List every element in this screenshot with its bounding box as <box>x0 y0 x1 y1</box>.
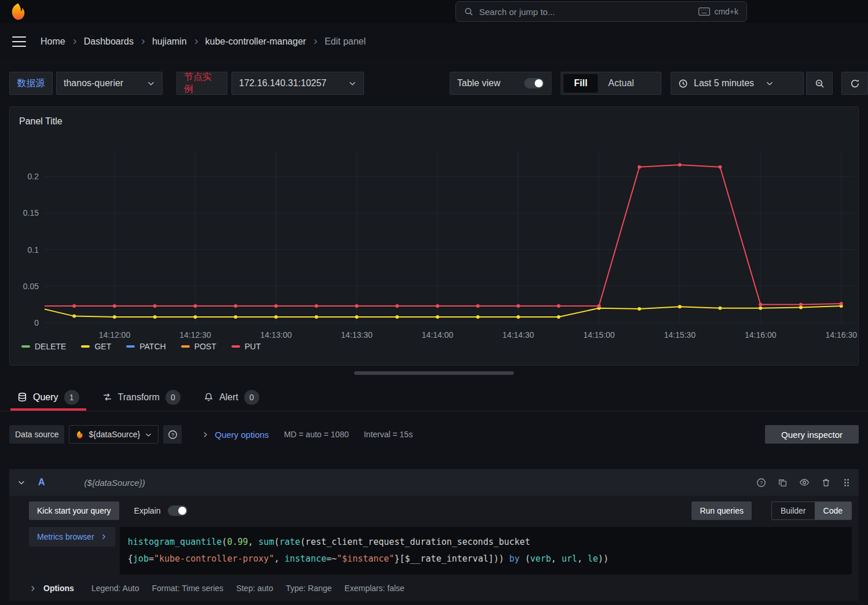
svg-text:14:13:30: 14:13:30 <box>341 330 373 340</box>
grafana-flame-icon <box>75 430 84 439</box>
keyboard-icon <box>698 8 710 16</box>
options-title[interactable]: Options <box>43 584 74 593</box>
legend-swatch <box>81 345 90 348</box>
hide-query-icon[interactable] <box>799 477 810 488</box>
query-help-icon[interactable]: ? <box>756 478 766 488</box>
legend-swatch <box>231 345 240 348</box>
query-editor-body: Kick start your query Explain Run querie… <box>9 496 859 601</box>
query-options-interval: Interval = 15s <box>364 430 413 439</box>
tab-query-count: 1 <box>64 390 79 405</box>
svg-text:?: ? <box>171 431 174 437</box>
datasource-var-label-text: 数据源 <box>17 78 45 90</box>
delete-query-icon[interactable] <box>821 478 831 488</box>
legend-label: GET <box>94 342 111 351</box>
legend-item[interactable]: PUT <box>231 342 261 351</box>
svg-text:14:14:30: 14:14:30 <box>502 330 534 340</box>
legend-item[interactable]: PATCH <box>126 342 165 351</box>
time-range-value: Last 5 minutes <box>694 78 754 88</box>
metrics-browser-button[interactable]: Metrics browser <box>29 527 115 547</box>
refresh-button[interactable] <box>841 72 868 95</box>
run-queries-button[interactable]: Run queries <box>692 501 752 520</box>
fill-option[interactable]: Fill <box>564 74 598 93</box>
duplicate-query-icon[interactable] <box>778 478 788 488</box>
chevron-right-icon <box>100 533 107 540</box>
svg-text:14:15:30: 14:15:30 <box>664 330 696 340</box>
instance-var-picker[interactable]: 172.16.140.31:10257 <box>231 72 364 95</box>
datasource-help-button[interactable]: ? <box>163 425 182 444</box>
chevron-down-icon <box>147 79 155 87</box>
chevron-down-icon <box>348 79 356 87</box>
instance-var-label-text: 节点实例 <box>184 71 220 95</box>
editor-toolbar-row: Kick start your query Explain Run querie… <box>29 501 852 520</box>
tab-query-label: Query <box>33 392 58 403</box>
svg-text:0.1: 0.1 <box>28 245 39 254</box>
data-source-value: ${dataSource} <box>89 430 140 439</box>
table-view-toggle[interactable] <box>524 78 544 88</box>
explain-label: Explain <box>134 506 161 515</box>
code-line: {job="kube-controller-proxy", instance=~… <box>128 551 844 567</box>
builder-option[interactable]: Builder <box>772 502 815 519</box>
clock-icon <box>678 79 688 88</box>
menu-icon[interactable] <box>12 35 27 48</box>
query-row-header[interactable]: A (${dataSource}) ? <box>9 469 859 496</box>
panel-resize-handle[interactable] <box>354 371 514 375</box>
table-view-label: Table view <box>457 78 501 88</box>
tab-transform-count: 0 <box>165 390 181 405</box>
help-circle-icon: ? <box>168 430 178 440</box>
breadcrumb-home[interactable]: Home <box>41 36 65 47</box>
options-summary-item: Type: Range <box>286 584 332 593</box>
legend-item[interactable]: DELETE <box>21 342 66 351</box>
explain-toggle[interactable] <box>168 506 187 516</box>
legend-item[interactable]: GET <box>81 342 111 351</box>
edit-panel-tabs: Query 1 Transform 0 Alert 0 <box>0 383 868 411</box>
breadcrumb-dashboard[interactable]: kube-controller-manager <box>205 36 306 47</box>
table-view-control: Table view <box>450 72 551 95</box>
svg-text:14:15:00: 14:15:00 <box>583 330 615 340</box>
options-summary-item: Legend: Auto <box>91 584 139 593</box>
promql-editor[interactable]: histogram_quantile(0.99, sum(rate(rest_c… <box>120 527 852 574</box>
fill-actual-group: Fill Actual <box>561 72 661 95</box>
query-options-link[interactable]: Query options <box>215 430 269 440</box>
top-bar: cmd+k <box>0 0 868 23</box>
breadcrumb: Home Dashboards hujiamin kube-controller… <box>41 36 366 47</box>
chevron-right-icon[interactable] <box>29 585 36 592</box>
options-summary: Legend: AutoFormat: Time seriesStep: aut… <box>79 584 404 593</box>
tab-transform[interactable]: Transform 0 <box>94 383 189 411</box>
actual-option[interactable]: Actual <box>598 74 644 93</box>
tab-query[interactable]: Query 1 <box>9 383 87 411</box>
global-search: cmd+k <box>455 1 747 22</box>
timeseries-chart: 00.050.10.150.214:12:0014:12:3014:13:001… <box>10 139 858 341</box>
legend-swatch <box>21 345 30 348</box>
query-inspector-button[interactable]: Query inspector <box>765 425 859 444</box>
grafana-logo-icon[interactable] <box>8 2 28 21</box>
kick-start-button[interactable]: Kick start your query <box>29 501 119 520</box>
bell-icon <box>204 392 214 402</box>
time-range-picker[interactable]: Last 5 minutes <box>671 72 804 95</box>
options-summary-item: Format: Time series <box>152 584 223 593</box>
legend-item[interactable]: POST <box>181 342 216 351</box>
chevron-down-icon[interactable] <box>17 478 25 486</box>
breadcrumb-dashboards[interactable]: Dashboards <box>84 36 134 47</box>
search-icon <box>464 7 473 16</box>
query-ref-id: A <box>38 477 45 488</box>
query-options: Query options MD = auto = 1080 Interval … <box>201 430 413 440</box>
data-source-picker[interactable]: ${dataSource} <box>69 425 159 444</box>
svg-text:14:12:00: 14:12:00 <box>99 330 131 340</box>
zoom-out-icon <box>815 79 825 88</box>
search-input[interactable] <box>479 7 693 17</box>
tab-alert[interactable]: Alert 0 <box>196 383 267 411</box>
legend-swatch <box>181 345 190 348</box>
legend-label: PUT <box>245 342 261 351</box>
breadcrumb-current: Edit panel <box>325 36 366 47</box>
breadcrumb-folder[interactable]: hujiamin <box>152 36 187 47</box>
query-datasource-hint: (${dataSource}) <box>84 478 145 488</box>
drag-handle-icon[interactable] <box>843 478 851 488</box>
code-option[interactable]: Code <box>815 502 851 519</box>
datasource-var-picker[interactable]: thanos-querier <box>56 72 163 95</box>
transform-icon <box>102 392 112 402</box>
code-line: histogram_quantile(0.99, sum(rate(rest_c… <box>128 534 844 551</box>
zoom-out-button[interactable] <box>806 72 833 95</box>
svg-text:14:13:00: 14:13:00 <box>260 330 292 340</box>
svg-text:0.15: 0.15 <box>23 208 39 217</box>
tab-alert-count: 0 <box>244 390 259 405</box>
